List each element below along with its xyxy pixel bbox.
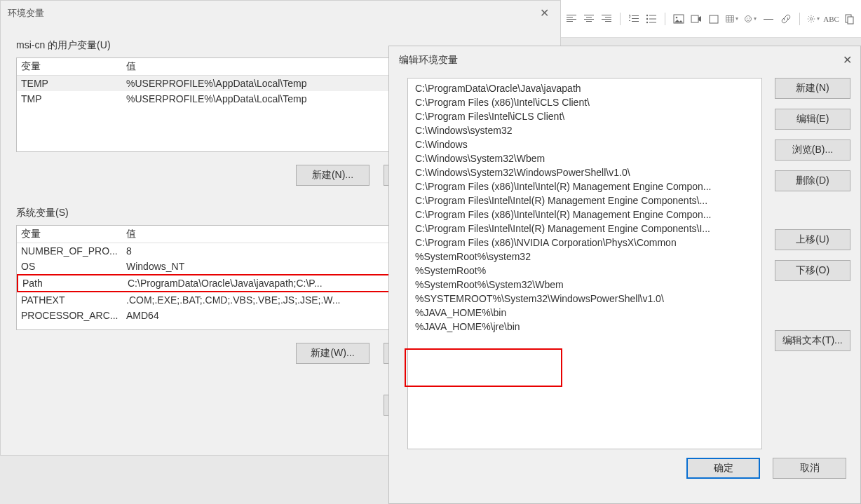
list-item[interactable]: %SystemRoot%\System32\Wbem <box>408 278 761 292</box>
list-item[interactable]: %SystemRoot% <box>408 264 761 278</box>
list-ordered-icon[interactable] <box>628 13 639 25</box>
list-item[interactable]: C:\Windows\System32\Wbem <box>408 151 761 165</box>
list-item[interactable]: C:\Program Files (x86)\Intel\Intel(R) Ma… <box>408 179 761 193</box>
emoji-icon[interactable] <box>744 13 757 25</box>
svg-point-8 <box>745 15 751 22</box>
align-center-icon[interactable] <box>583 13 595 25</box>
dialog-title: 环境变量 <box>8 7 44 20</box>
path-list[interactable]: C:\ProgramData\Oracle\Java\javapath C:\P… <box>407 78 762 449</box>
svg-point-9 <box>747 18 747 18</box>
spellcheck-icon[interactable]: ABC <box>825 13 838 25</box>
align-left-icon[interactable] <box>565 13 577 25</box>
dialog-title: 编辑环境变量 <box>399 54 458 67</box>
table-icon[interactable] <box>726 13 738 25</box>
calendar-icon[interactable] <box>708 13 720 25</box>
svg-point-2 <box>646 21 648 22</box>
svg-rect-5 <box>691 15 698 22</box>
edit-ok-button[interactable]: 确定 <box>686 458 760 479</box>
list-item[interactable]: C:\ProgramData\Oracle\Java\javapath <box>408 81 761 95</box>
list-item[interactable]: C:\Program Files\Intel\Intel(R) Manageme… <box>408 193 761 207</box>
editor-toolbar: ABC <box>560 0 861 38</box>
horizontal-rule-icon[interactable] <box>762 13 774 25</box>
gear-icon[interactable] <box>807 13 820 25</box>
video-icon[interactable] <box>690 13 702 25</box>
list-item[interactable]: C:\Program Files\Intel\Intel(R) Manageme… <box>408 222 761 236</box>
list-item[interactable]: C:\Program Files (x86)\Intel\iCLS Client… <box>408 95 761 109</box>
list-item[interactable]: C:\Windows\System32\WindowsPowerShell\v1… <box>408 165 761 179</box>
browse-button[interactable]: 浏览(B)... <box>775 139 850 161</box>
list-item[interactable]: C:\Program Files (x86)\NVIDIA Corporatio… <box>408 236 761 250</box>
svg-point-4 <box>675 16 677 18</box>
edit-path-button[interactable]: 编辑(E) <box>775 109 850 130</box>
paste-icon[interactable] <box>843 13 855 25</box>
list-item[interactable]: C:\Program Files (x86)\Intel\Intel(R) Ma… <box>408 207 761 222</box>
edit-path-dialog: 编辑环境变量 ✕ C:\ProgramData\Oracle\Java\java… <box>388 46 861 504</box>
list-bullet-icon[interactable] <box>645 13 657 25</box>
list-item[interactable]: %SYSTEMROOT%\System32\WindowsPowerShell\… <box>408 292 761 306</box>
move-up-button[interactable]: 上移(U) <box>775 229 850 250</box>
svg-point-11 <box>810 18 812 20</box>
new-sys-var-button[interactable]: 新建(W)... <box>296 343 370 364</box>
svg-rect-13 <box>848 17 853 24</box>
svg-point-1 <box>646 18 648 19</box>
close-icon[interactable]: ✕ <box>536 6 553 20</box>
link-icon[interactable] <box>780 13 792 25</box>
svg-point-10 <box>749 18 750 18</box>
dialog-titlebar: 环境变量 ✕ <box>1 1 560 25</box>
new-path-button[interactable]: 新建(N) <box>775 78 850 99</box>
move-down-button[interactable]: 下移(O) <box>775 260 850 281</box>
list-item[interactable]: %JAVA_HOME%\bin <box>408 306 761 320</box>
list-item[interactable]: %JAVA_HOME%\jre\bin <box>408 320 761 334</box>
list-item[interactable]: C:\Windows <box>408 137 761 151</box>
svg-rect-6 <box>710 15 718 23</box>
edit-text-button[interactable]: 编辑文本(T)... <box>775 330 850 351</box>
svg-rect-7 <box>726 15 734 22</box>
image-icon[interactable] <box>672 13 684 25</box>
dialog-titlebar: 编辑环境变量 ✕ <box>389 46 860 78</box>
java-home-highlight <box>405 348 562 387</box>
delete-path-button[interactable]: 删除(D) <box>775 170 850 191</box>
side-buttons-panel: 新建(N) 编辑(E) 浏览(B)... 删除(D) 上移(U) 下移(O) 编… <box>775 78 850 449</box>
close-icon[interactable]: ✕ <box>843 53 852 67</box>
svg-point-0 <box>646 14 648 15</box>
list-item[interactable]: C:\Program Files\Intel\iCLS Client\ <box>408 109 761 123</box>
align-right-icon[interactable] <box>601 13 613 25</box>
list-item[interactable]: C:\Windows\system32 <box>408 123 761 137</box>
list-item[interactable]: %SystemRoot%\system32 <box>408 250 761 264</box>
edit-cancel-button[interactable]: 取消 <box>773 458 846 479</box>
new-user-var-button[interactable]: 新建(N)... <box>296 165 370 186</box>
col-name-header: 变量 <box>21 60 126 73</box>
